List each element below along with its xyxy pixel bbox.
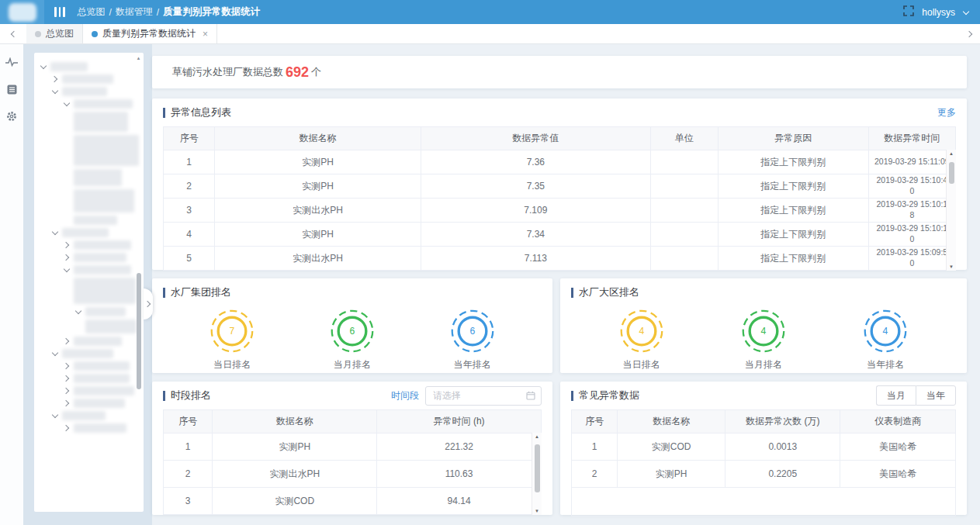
caret-down-icon[interactable] bbox=[52, 88, 58, 95]
app-logo[interactable] bbox=[0, 0, 44, 24]
tab-scroll-left-button[interactable] bbox=[0, 24, 26, 43]
tree-node[interactable] bbox=[36, 278, 142, 304]
tab-scroll-right-button[interactable] bbox=[960, 24, 980, 43]
table-cell: 实测出水PH bbox=[215, 247, 421, 271]
user-menu[interactable]: hollysys bbox=[922, 7, 955, 18]
rank-label: 当月排名 bbox=[334, 358, 371, 371]
tree-node[interactable] bbox=[36, 216, 142, 225]
breadcrumb-item[interactable]: 总览图 bbox=[78, 5, 106, 19]
time-range-input[interactable] bbox=[431, 389, 526, 402]
caret-down-icon[interactable] bbox=[75, 309, 81, 315]
redacted-tree-label bbox=[50, 62, 88, 71]
caret-down-icon[interactable] bbox=[64, 267, 70, 273]
tree-node[interactable] bbox=[36, 112, 142, 132]
tree-node[interactable] bbox=[36, 228, 142, 237]
scroll-up-icon[interactable]: ▲ bbox=[949, 151, 954, 156]
tab-overview[interactable]: 总览图 bbox=[26, 24, 83, 43]
tree-node[interactable] bbox=[36, 74, 142, 84]
tree-node[interactable] bbox=[36, 319, 142, 333]
rank-value: 4 bbox=[639, 326, 644, 337]
scroll-up-icon[interactable]: ▲ bbox=[535, 434, 539, 439]
tree-collapse-handle[interactable] bbox=[144, 288, 153, 319]
tree-node[interactable] bbox=[36, 253, 142, 262]
caret-right-icon[interactable] bbox=[52, 76, 58, 82]
tab-quality-abnormal-stats[interactable]: 质量判别异常数据统计 × bbox=[83, 24, 217, 43]
caret-right-icon[interactable] bbox=[64, 388, 70, 394]
caret-down-icon[interactable] bbox=[52, 230, 58, 236]
rank-value: 4 bbox=[761, 326, 767, 337]
column-header: 数据名称 bbox=[215, 127, 421, 150]
section-title: 水厂大区排名 bbox=[571, 285, 639, 299]
time-range-picker[interactable] bbox=[425, 386, 542, 406]
table-cell: 7.113 bbox=[421, 247, 650, 271]
redacted-tree-label bbox=[74, 216, 117, 225]
menu-toggle-icon[interactable] bbox=[54, 7, 65, 17]
tree-node[interactable] bbox=[36, 307, 142, 316]
tree-node[interactable] bbox=[36, 361, 142, 371]
tree-node[interactable] bbox=[36, 169, 142, 186]
table-cell: 2019-03-29 15:10:10 bbox=[868, 223, 955, 247]
table-scrollbar[interactable]: ▲ ▼ bbox=[946, 150, 956, 271]
rank-label: 当年排名 bbox=[867, 358, 904, 371]
caret-down-icon[interactable] bbox=[64, 101, 70, 107]
caret-down-icon[interactable] bbox=[52, 413, 58, 419]
table-cell: 7.109 bbox=[421, 199, 650, 223]
tree-node[interactable] bbox=[36, 135, 142, 166]
abnormal-info-card: 异常信息列表 更多 序号数据名称数据异常值单位异常原因数据异常时间 1实测PH7… bbox=[152, 98, 967, 270]
scroll-down-icon[interactable]: ▼ bbox=[535, 509, 539, 513]
table-cell: 221.32 bbox=[377, 433, 542, 461]
tree-node[interactable] bbox=[36, 87, 142, 96]
redacted-tree-label bbox=[74, 240, 131, 250]
tree-node[interactable] bbox=[36, 240, 142, 250]
scrollbar-thumb[interactable] bbox=[137, 273, 141, 389]
user-caret-down-icon[interactable] bbox=[963, 9, 969, 16]
rank-circle-yearly: 4 当年排名 bbox=[862, 308, 909, 371]
tree-node[interactable] bbox=[36, 265, 142, 275]
caret-down-icon[interactable] bbox=[40, 64, 47, 70]
caret-right-icon[interactable] bbox=[64, 400, 70, 406]
caret-right-icon[interactable] bbox=[64, 425, 70, 431]
current-year-button[interactable]: 当年 bbox=[916, 385, 956, 406]
tree-node[interactable] bbox=[36, 62, 142, 71]
breadcrumb-item[interactable]: 数据管理 bbox=[116, 5, 153, 19]
plant-summary-card: 草铺污水处理厂数据总数 692 个 bbox=[152, 56, 967, 88]
table-cell: 7.34 bbox=[421, 223, 650, 247]
trend-monitor-icon[interactable] bbox=[5, 56, 18, 68]
scroll-down-icon[interactable]: ▼ bbox=[949, 264, 954, 269]
caret-right-icon[interactable] bbox=[64, 375, 70, 382]
breadcrumb-separator: / bbox=[157, 7, 159, 18]
tree-node[interactable] bbox=[36, 349, 142, 358]
period-table: 序号数据名称异常时间 (h) 1实测PH221.322实测出水PH110.633… bbox=[163, 409, 542, 515]
caret-right-icon[interactable] bbox=[64, 242, 70, 248]
tree-node[interactable] bbox=[36, 189, 142, 212]
caret-right-icon[interactable] bbox=[64, 363, 70, 369]
section-title-text: 异常信息列表 bbox=[171, 105, 231, 119]
tree-scrollbar[interactable]: ▲ bbox=[134, 54, 143, 510]
tree-node[interactable] bbox=[36, 423, 142, 433]
column-header: 单位 bbox=[650, 127, 718, 150]
current-month-button[interactable]: 当月 bbox=[876, 385, 916, 406]
more-link[interactable]: 更多 bbox=[937, 106, 956, 119]
rank-circle-monthly: 6 当月排名 bbox=[329, 308, 376, 371]
tree-node[interactable] bbox=[36, 411, 142, 420]
scrollbar-thumb[interactable] bbox=[949, 162, 954, 184]
tree-node[interactable] bbox=[36, 374, 142, 383]
tree-node[interactable] bbox=[36, 99, 142, 109]
caret-right-icon[interactable] bbox=[64, 254, 70, 261]
scrollbar-thumb[interactable] bbox=[535, 444, 540, 492]
section-title: 常见异常数据 bbox=[571, 389, 639, 402]
tree-node[interactable] bbox=[36, 386, 142, 395]
table-row: 3实测COD94.14 bbox=[164, 488, 542, 515]
scroll-up-icon[interactable]: ▲ bbox=[137, 56, 141, 60]
data-list-icon[interactable] bbox=[5, 83, 18, 95]
tree-node[interactable] bbox=[36, 399, 142, 408]
fullscreen-icon[interactable] bbox=[903, 5, 914, 19]
caret-right-icon[interactable] bbox=[64, 338, 70, 344]
caret-down-icon[interactable] bbox=[52, 351, 58, 357]
table-scrollbar[interactable]: ▲ ▼ bbox=[532, 433, 542, 515]
tab-close-icon[interactable]: × bbox=[203, 29, 208, 40]
rank-circle-yearly: 6 当年排名 bbox=[449, 308, 496, 371]
tree-node[interactable] bbox=[36, 337, 142, 346]
table-cell: 2 bbox=[164, 174, 215, 199]
settings-gear-icon[interactable] bbox=[5, 110, 18, 123]
